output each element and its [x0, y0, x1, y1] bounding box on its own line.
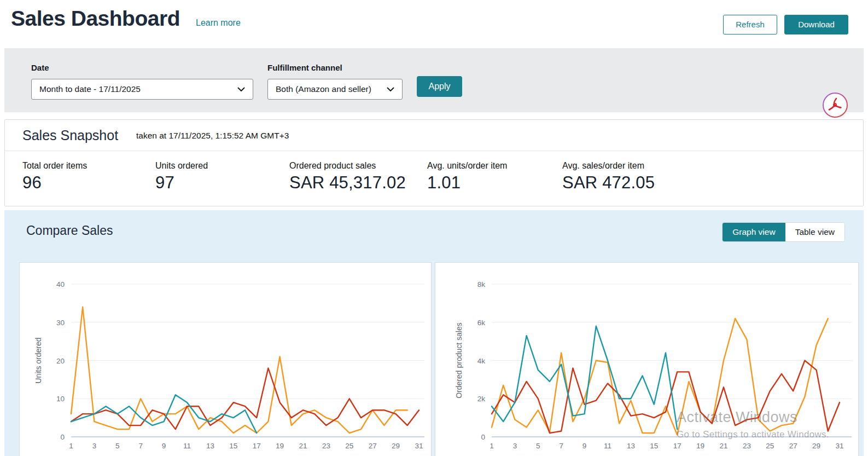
- sales-snapshot-card: Sales Snapshot taken at 17/11/2025, 1:15…: [4, 119, 864, 206]
- units-ordered-chart: 010203040135791113151719212325272931Unit…: [20, 263, 431, 456]
- sales-snapshot-title: Sales Snapshot: [22, 128, 118, 143]
- page-title: Sales Dashboard: [11, 7, 180, 31]
- fulfillment-channel-value: Both (Amazon and seller): [276, 84, 371, 94]
- units-ordered-chart-card: 010203040135791113151719212325272931Unit…: [19, 262, 432, 456]
- refresh-button[interactable]: Refresh: [723, 15, 777, 34]
- svg-text:7: 7: [559, 442, 563, 450]
- svg-text:Ordered product sales: Ordered product sales: [455, 322, 463, 399]
- svg-text:11: 11: [604, 442, 611, 450]
- svg-text:6k: 6k: [477, 319, 486, 327]
- svg-text:29: 29: [812, 442, 820, 450]
- view-toggle: Graph view Table view: [722, 222, 845, 242]
- svg-text:1: 1: [69, 442, 73, 450]
- svg-text:3: 3: [513, 442, 517, 450]
- compare-sales-title: Compare Sales: [26, 223, 113, 238]
- adobe-acrobat-icon: [822, 92, 848, 118]
- svg-text:29: 29: [392, 442, 400, 450]
- adobe-pdf-launcher-button[interactable]: [822, 92, 848, 118]
- date-label: Date: [31, 63, 49, 72]
- svg-text:3: 3: [92, 442, 97, 450]
- svg-text:30: 30: [56, 319, 65, 327]
- svg-text:25: 25: [345, 442, 353, 450]
- svg-text:15: 15: [229, 442, 237, 450]
- filter-bar: Date Month to date - 17/11/2025 Fulfillm…: [4, 48, 864, 112]
- svg-text:0: 0: [60, 433, 65, 441]
- svg-text:15: 15: [650, 442, 658, 450]
- graph-view-tab[interactable]: Graph view: [723, 223, 785, 241]
- stat-total-order-items: Total order items 96: [22, 161, 155, 193]
- ordered-product-sales-chart-card: 02k4k6k8k135791113151719212325272931Orde…: [435, 262, 859, 456]
- svg-text:31: 31: [835, 442, 843, 450]
- svg-text:8k: 8k: [477, 280, 486, 288]
- svg-text:19: 19: [696, 442, 704, 450]
- page-header: Sales Dashboard Learn more Refresh Downl…: [0, 0, 868, 48]
- svg-text:40: 40: [56, 280, 65, 288]
- compare-sales-section: Compare Sales Graph view Table view 0102…: [4, 210, 864, 456]
- learn-more-link[interactable]: Learn more: [196, 18, 241, 28]
- sales-dashboard-page: Sales Dashboard Learn more Refresh Downl…: [0, 0, 868, 456]
- svg-text:27: 27: [789, 442, 797, 450]
- svg-text:23: 23: [743, 442, 751, 450]
- svg-text:9: 9: [162, 442, 166, 450]
- chevron-down-icon: [237, 87, 245, 92]
- ordered-product-sales-chart: 02k4k6k8k135791113151719212325272931Orde…: [435, 263, 858, 456]
- svg-text:13: 13: [627, 442, 635, 450]
- fulfillment-channel-label: Fulfillment channel: [267, 63, 342, 72]
- snapshot-stats-row: Total order items 96 Units ordered 97 Or…: [5, 151, 863, 193]
- svg-text:Units ordered: Units ordered: [34, 337, 43, 383]
- snapshot-timestamp: taken at 17/11/2025, 1:15:52 AM GMT+3: [136, 131, 289, 141]
- table-view-tab[interactable]: Table view: [785, 223, 844, 241]
- svg-text:4k: 4k: [477, 357, 486, 365]
- apply-button[interactable]: Apply: [417, 76, 462, 97]
- svg-text:5: 5: [536, 442, 540, 450]
- svg-text:10: 10: [56, 395, 65, 403]
- date-select-value: Month to date - 17/11/2025: [39, 84, 141, 94]
- stat-avg-sales-per-order-item: Avg. sales/order item SAR 472.05: [562, 161, 655, 193]
- svg-text:9: 9: [582, 442, 587, 450]
- sales-snapshot-header: Sales Snapshot taken at 17/11/2025, 1:15…: [5, 120, 863, 151]
- svg-text:25: 25: [766, 442, 774, 450]
- svg-text:0: 0: [481, 433, 485, 441]
- stat-avg-units-per-order-item: Avg. units/order item 1.01: [427, 161, 562, 193]
- svg-text:11: 11: [183, 442, 191, 450]
- date-select[interactable]: Month to date - 17/11/2025: [31, 79, 253, 100]
- svg-text:21: 21: [719, 442, 727, 450]
- stat-ordered-product-sales: Ordered product sales SAR 45,317.02: [289, 161, 427, 193]
- svg-text:13: 13: [206, 442, 214, 450]
- download-button[interactable]: Download: [784, 15, 848, 34]
- stat-units-ordered: Units ordered 97: [155, 161, 289, 193]
- svg-text:2k: 2k: [477, 395, 486, 403]
- svg-text:17: 17: [673, 442, 681, 450]
- svg-text:21: 21: [299, 442, 307, 450]
- svg-text:31: 31: [415, 442, 423, 450]
- svg-text:19: 19: [276, 442, 284, 450]
- svg-text:5: 5: [115, 442, 120, 450]
- svg-text:23: 23: [322, 442, 330, 450]
- svg-text:27: 27: [369, 442, 377, 450]
- svg-text:17: 17: [253, 442, 261, 450]
- chevron-down-icon: [387, 87, 394, 92]
- svg-text:7: 7: [138, 442, 143, 450]
- fulfillment-channel-select[interactable]: Both (Amazon and seller): [267, 79, 403, 100]
- svg-text:1: 1: [490, 442, 494, 450]
- svg-text:20: 20: [56, 357, 65, 365]
